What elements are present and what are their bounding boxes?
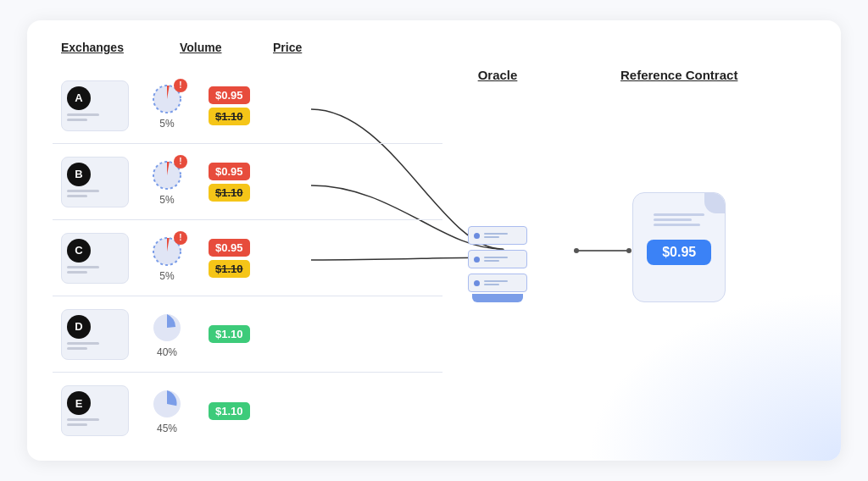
server-dot bbox=[474, 233, 480, 239]
price-tag-strikethrough-a: $1.10 bbox=[209, 108, 250, 125]
volume-area-b: ! 5% bbox=[137, 158, 197, 206]
header-exchanges: Exchanges bbox=[61, 41, 154, 54]
oracle-label: Oracle bbox=[478, 68, 518, 82]
volume-area-e: 45% bbox=[137, 387, 197, 434]
price-tag-strikethrough-b: $1.10 bbox=[209, 184, 250, 202]
server-unit bbox=[468, 274, 527, 292]
doc-line bbox=[654, 218, 692, 221]
exchange-line bbox=[67, 342, 99, 345]
pie-e bbox=[150, 387, 184, 421]
exchange-label-a: A bbox=[67, 86, 91, 110]
pie-b: ! bbox=[150, 158, 184, 192]
price-tag-green-d: $1.10 bbox=[209, 325, 250, 343]
price-tag-strikethrough-c: $1.10 bbox=[209, 260, 250, 278]
exchange-row: D 40% bbox=[53, 296, 442, 373]
volume-area-c: ! 5% bbox=[137, 235, 197, 282]
volume-pct-b: 5% bbox=[159, 194, 174, 206]
exchange-line bbox=[67, 113, 99, 116]
exchange-line bbox=[67, 195, 87, 197]
exchange-row: C ! 5% bbox=[53, 220, 442, 296]
doc-lines bbox=[654, 213, 704, 226]
alert-badge-b: ! bbox=[174, 155, 187, 169]
exchange-box-e: E bbox=[61, 385, 129, 436]
doc-line bbox=[654, 213, 704, 216]
price-tag-green-e: $1.10 bbox=[209, 402, 250, 420]
exchange-line bbox=[67, 190, 99, 192]
exchange-box-b: B bbox=[61, 157, 129, 207]
server-line bbox=[484, 257, 508, 258]
exchange-line bbox=[67, 271, 87, 274]
server-line bbox=[484, 236, 499, 238]
price-area-b: $0.95 $1.10 bbox=[209, 163, 250, 202]
price-area-e: $1.10 bbox=[209, 402, 250, 420]
reference-price-badge: $0.95 bbox=[647, 240, 711, 265]
pie-d bbox=[150, 311, 184, 345]
exchange-line bbox=[67, 418, 99, 421]
exchange-label-e: E bbox=[67, 391, 91, 415]
header-price: Price bbox=[273, 41, 358, 54]
pie-a: ! bbox=[150, 82, 184, 116]
exchange-line bbox=[67, 423, 87, 426]
exchange-box-c: C bbox=[61, 233, 129, 284]
exchange-line bbox=[67, 119, 87, 121]
main-container: Exchanges Volume Price A bbox=[27, 20, 841, 461]
price-tag-red-c: $0.95 bbox=[209, 239, 250, 257]
price-area-c: $0.95 $1.10 bbox=[209, 239, 250, 278]
volume-pct-e: 45% bbox=[157, 423, 177, 434]
server-line bbox=[484, 233, 508, 235]
svg-point-4 bbox=[574, 248, 579, 253]
volume-pct-d: 40% bbox=[157, 346, 177, 358]
server-base bbox=[472, 294, 523, 302]
server-dot bbox=[474, 257, 480, 263]
server-dot bbox=[474, 280, 480, 286]
reference-contract-doc: $0.95 bbox=[632, 192, 726, 302]
exchange-line bbox=[67, 347, 87, 350]
server-unit bbox=[468, 226, 527, 245]
alert-badge-c: ! bbox=[174, 231, 187, 245]
volume-area-d: 40% bbox=[137, 311, 197, 358]
server-unit bbox=[468, 250, 527, 268]
exchange-box-d: D bbox=[61, 309, 129, 360]
doc-corner bbox=[704, 193, 725, 213]
content-area: Exchanges Volume Price A bbox=[27, 20, 841, 461]
volume-pct-a: 5% bbox=[159, 118, 174, 130]
exchange-label-d: D bbox=[67, 315, 91, 339]
volume-pct-c: 5% bbox=[159, 270, 174, 282]
exchange-box-a: A bbox=[61, 80, 129, 131]
exchange-line bbox=[67, 266, 99, 268]
server-line bbox=[484, 284, 499, 285]
header-volume: Volume bbox=[180, 41, 256, 54]
exchange-row: E 45% bbox=[53, 373, 442, 449]
exchange-label-c: C bbox=[67, 239, 91, 263]
exchange-row: A ! bbox=[53, 68, 442, 144]
server-line bbox=[484, 280, 508, 282]
doc-line bbox=[654, 224, 700, 226]
exchange-label-b: B bbox=[67, 163, 91, 186]
reference-contract-label: Reference Contract bbox=[620, 68, 737, 82]
pie-c: ! bbox=[150, 235, 184, 268]
server-line bbox=[484, 260, 499, 262]
price-tag-red-b: $0.95 bbox=[209, 163, 250, 180]
price-area-a: $0.95 $1.10 bbox=[209, 86, 250, 125]
alert-badge-a: ! bbox=[174, 79, 187, 92]
price-tag-red-a: $0.95 bbox=[209, 86, 250, 104]
price-area-d: $1.10 bbox=[209, 325, 250, 343]
exchange-row: B ! 5% bbox=[53, 144, 442, 220]
volume-area-a: ! 5% bbox=[137, 82, 197, 130]
